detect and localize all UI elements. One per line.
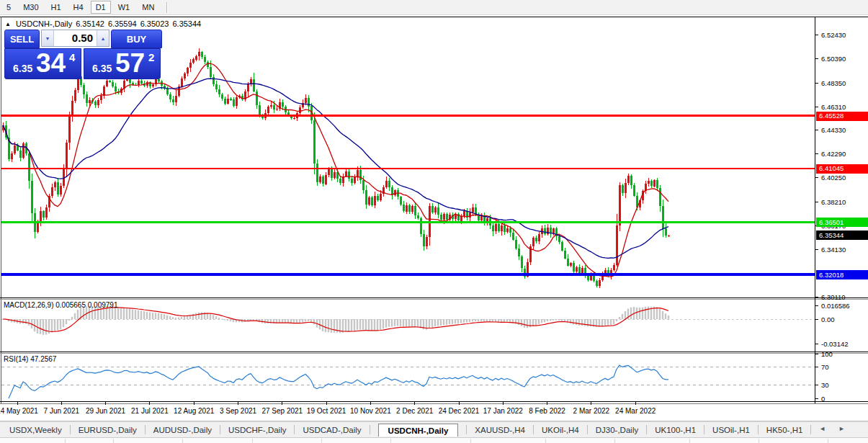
timeframe-button-m30[interactable]: M30 (18, 1, 43, 14)
rsi-label: RSI(14) 47.2567 (4, 355, 57, 363)
timeframe-button-mn[interactable]: MN (137, 1, 159, 14)
ohlc-high: 6.35594 (108, 19, 137, 28)
ohlc-low: 6.35023 (140, 19, 169, 28)
svg-text:10 Nov 2021: 10 Nov 2021 (350, 407, 391, 415)
macd-panel[interactable] (1, 306, 815, 335)
chart-tab-usdx-weekly[interactable]: USDX,Weekly (9, 424, 62, 437)
chart-tab-uk100-h1[interactable]: UK100-,H1 (655, 424, 696, 437)
svg-text:0.00: 0.00 (821, 316, 835, 323)
svg-text:6.38210: 6.38210 (821, 198, 846, 206)
rsi-panel[interactable] (1, 365, 815, 398)
statusbar-separator (390, 439, 391, 443)
chart-tab-xauusd-h4[interactable]: XAUUSD-,H4 (475, 424, 525, 437)
svg-text:RSI(14) 47.2567: RSI(14) 47.2567 (4, 355, 57, 363)
svg-text:24 Mar 2022: 24 Mar 2022 (615, 407, 656, 415)
sell-price-box[interactable]: 6.35 34 4 (4, 48, 81, 79)
chart-tab-dj30-daily[interactable]: DJ30-,Daily (596, 424, 638, 437)
chart-tab-usdchf-daily[interactable]: USDCHF-,Daily (228, 424, 287, 437)
statusbar-separator (113, 439, 114, 443)
svg-text:7 Jun 2021: 7 Jun 2021 (44, 407, 80, 415)
svg-text:0: 0 (821, 395, 825, 403)
statusbar-separator (65, 439, 66, 443)
svg-text:6.32018: 6.32018 (819, 271, 844, 279)
buy-price-digits: 57 (115, 48, 145, 79)
date-axis[interactable]: 14 May 20217 Jun 202129 Jun 202121 Jul 2… (0, 402, 656, 415)
svg-text:29 Jun 2021: 29 Jun 2021 (86, 407, 125, 415)
tab-separator (810, 425, 811, 434)
collapse-panel-icon[interactable]: ▲ (5, 21, 11, 27)
volume-increase-button[interactable]: ▲ (97, 30, 109, 46)
chart-tab-eurusd-daily[interactable]: EURUSD-,Daily (79, 424, 137, 437)
chart-tab-bar: USDX,WeeklyEURUSD-,DailyAUDUSD-,DailyUSD… (0, 421, 868, 437)
svg-text:0.016586: 0.016586 (821, 302, 850, 310)
chart-tab-ukoil-h4[interactable]: UKOil-,H4 (542, 424, 579, 437)
timeframe-button-h1[interactable]: H1 (46, 1, 66, 14)
svg-text:30: 30 (821, 381, 829, 389)
buy-button[interactable]: BUY (111, 30, 162, 48)
svg-text:100: 100 (821, 350, 833, 358)
svg-text:70: 70 (821, 363, 829, 371)
statusbar-separator (614, 439, 615, 443)
price-axis[interactable]: 6.524306.503906.483506.463106.443306.422… (815, 31, 868, 402)
chart-tab-usdcnh-daily[interactable]: USDCNH-,Daily (378, 424, 459, 437)
chart-tab-hk50-h1[interactable]: HK50-,H1 (766, 424, 803, 437)
svg-text:6.34130: 6.34130 (821, 246, 846, 254)
svg-text:24 Dec 2021: 24 Dec 2021 (439, 407, 480, 415)
buy-price-box[interactable]: 6.35 57 2 (84, 48, 161, 79)
svg-text:MACD(12,26,9) 0.005665 0.00979: MACD(12,26,9) 0.005665 0.009791 (4, 301, 118, 309)
macd-label: MACD(12,26,9) 0.005665 0.009791 (4, 301, 118, 309)
statusbar-separator (828, 439, 828, 443)
tab-separator (70, 425, 71, 434)
volume-input[interactable]: 0.50 (54, 30, 97, 46)
svg-text:6.41045: 6.41045 (819, 164, 844, 172)
statusbar-separator (470, 439, 471, 443)
tab-separator (533, 425, 534, 434)
one-click-trading-panel: SELL ▼ 0.50 ▲ BUY 6.35 34 4 6.35 57 2 (4, 30, 162, 79)
chart-tab-usdcad-daily[interactable]: USDCAD-,Daily (303, 424, 361, 437)
tab-separator (758, 425, 759, 434)
tab-separator (294, 425, 295, 434)
svg-text:2 Dec 2021: 2 Dec 2021 (396, 407, 434, 415)
buy-price-prefix: 6.35 (92, 63, 112, 74)
tab-separator (145, 425, 146, 434)
svg-text:6.40250: 6.40250 (821, 174, 846, 182)
triangle-down-icon: ▼ (45, 36, 50, 41)
svg-text:8 Feb 2022: 8 Feb 2022 (529, 407, 565, 415)
statusbar-separator (321, 439, 322, 443)
svg-text:14 May 2021: 14 May 2021 (0, 407, 38, 415)
trading-terminal-window: 5M30H1H4D1W1MN 6.524306.503906.483506.46… (0, 0, 868, 443)
tab-scroll-arrows[interactable]: ◄► (819, 425, 858, 432)
svg-text:6.42290: 6.42290 (821, 150, 846, 158)
chart-header: ▲USDCNH-,Daily6.351426.355946.350236.353… (5, 19, 201, 28)
buy-price-superscript: 2 (148, 51, 154, 63)
timeframe-button-5[interactable]: 5 (1, 1, 16, 14)
status-bar (0, 437, 868, 443)
svg-text:6.48350: 6.48350 (821, 79, 846, 87)
timeframe-toolbar: 5M30H1H4D1W1MN (0, 0, 868, 15)
chart-symbol-label: USDCNH-,Daily (16, 19, 72, 28)
svg-text:19 Oct 2021: 19 Oct 2021 (307, 407, 346, 415)
horizontal-level-lines[interactable] (1, 116, 815, 274)
timeframe-button-d1[interactable]: D1 (91, 1, 111, 14)
svg-text:-0.03142: -0.03142 (821, 340, 849, 348)
svg-text:12 Aug 2021: 12 Aug 2021 (174, 407, 215, 415)
svg-text:2 Mar 2022: 2 Mar 2022 (573, 407, 610, 415)
sell-price-digits: 34 (36, 48, 66, 79)
chart-tab-audusd-daily[interactable]: AUDUSD-,Daily (153, 424, 212, 437)
svg-text:6.52430: 6.52430 (821, 31, 846, 39)
ohlc-open: 6.35142 (76, 19, 104, 28)
svg-text:3 Sep 2021: 3 Sep 2021 (220, 407, 257, 415)
chart-tab-usoil-h1[interactable]: USOil-,H1 (712, 424, 750, 437)
svg-text:27 Sep 2021: 27 Sep 2021 (261, 407, 303, 415)
ohlc-close: 6.35344 (172, 19, 201, 28)
svg-text:21 Jul 2021: 21 Jul 2021 (131, 407, 169, 415)
statusbar-separator (545, 439, 546, 443)
tab-separator (370, 425, 370, 434)
triangle-up-icon: ▲ (101, 36, 106, 41)
timeframe-button-w1[interactable]: W1 (113, 1, 135, 14)
sell-button[interactable]: SELL (4, 30, 40, 48)
statusbar-separator (689, 439, 690, 443)
timeframe-button-h4[interactable]: H4 (68, 1, 89, 14)
volume-decrease-button[interactable]: ▼ (42, 30, 54, 46)
sell-price-superscript: 4 (69, 51, 75, 63)
